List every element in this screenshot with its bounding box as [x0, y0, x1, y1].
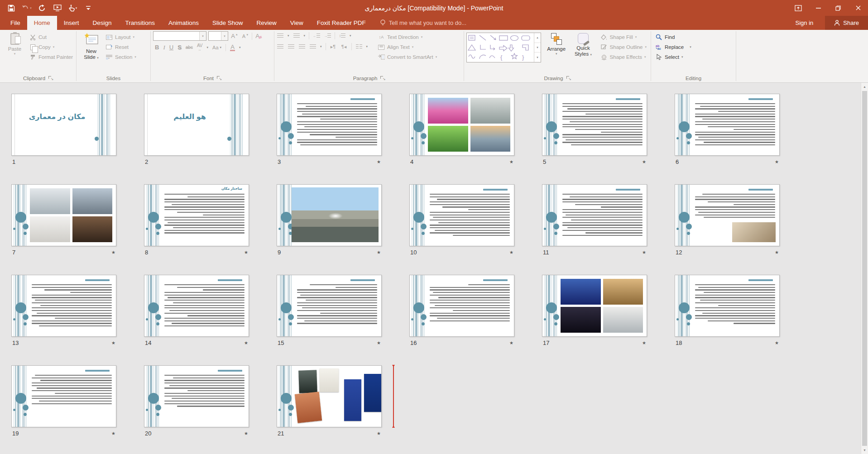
tab-file[interactable]: File [4, 16, 27, 30]
strikethrough-button[interactable]: abc [186, 45, 193, 50]
find-button[interactable]: Find [653, 32, 693, 42]
redo-icon[interactable] [35, 2, 49, 14]
tab-review[interactable]: Review [249, 16, 283, 30]
undo-icon[interactable]: ▾ [20, 2, 34, 14]
slide-thumbnail[interactable] [542, 184, 647, 246]
font-dialog-launcher-icon[interactable] [217, 76, 221, 81]
slide-thumbnail[interactable] [675, 184, 780, 246]
shapes-gallery-scrollbar[interactable]: ▲ ▼ ▼ [534, 33, 541, 62]
slide-thumbnail[interactable] [542, 94, 647, 156]
arrange-button[interactable]: Arrange▾ [545, 31, 568, 73]
slide-thumbnail[interactable] [277, 275, 382, 337]
font-color-button[interactable]: A [230, 44, 235, 51]
slide-thumbnail[interactable] [11, 184, 116, 246]
section-button[interactable]: Section▾ [104, 52, 138, 62]
format-painter-button[interactable]: Format Painter [27, 52, 75, 62]
clipboard-dialog-launcher-icon[interactable] [48, 76, 53, 81]
clear-formatting-icon[interactable]: A [254, 33, 263, 40]
slide-thumbnail[interactable] [144, 365, 249, 427]
customize-qat-icon[interactable] [82, 2, 95, 14]
gallery-scroll-up-icon[interactable]: ▲ [534, 33, 541, 43]
shape-outline-button[interactable]: Shape Outline▾ [599, 42, 648, 52]
shapes-gallery[interactable]: { } ▲ ▼ ▼ [466, 33, 541, 62]
slide-thumbnail[interactable] [542, 275, 647, 337]
tab-view[interactable]: View [283, 16, 310, 30]
italic-button[interactable]: I [163, 44, 165, 51]
change-case-button[interactable]: Aa [212, 45, 218, 50]
tab-home[interactable]: Home [27, 16, 57, 30]
quick-styles-button[interactable]: QuickStyles ▾ [571, 31, 595, 73]
underline-button[interactable]: U [169, 44, 173, 51]
bold-button[interactable]: B [155, 44, 159, 51]
gallery-scroll-down-icon[interactable]: ▼ [534, 43, 541, 53]
tab-insert[interactable]: Insert [57, 16, 86, 30]
sign-in-link[interactable]: Sign in [796, 19, 814, 26]
tab-transitions[interactable]: Transitions [119, 16, 162, 30]
touch-mouse-mode-icon[interactable]: ▾ [66, 2, 80, 14]
align-right-icon[interactable] [298, 43, 306, 50]
numbering-icon[interactable] [293, 32, 300, 39]
vertical-scrollbar[interactable]: ▲ ▼ [861, 83, 868, 454]
tell-me-box[interactable]: Tell me what you want to do... [380, 16, 466, 30]
text-shadow-button[interactable]: S [177, 44, 182, 51]
decrease-font-size-icon[interactable]: A▼ [241, 33, 250, 40]
slide-thumbnail[interactable] [409, 184, 514, 246]
align-text-button[interactable]: Align Text▾ [376, 42, 439, 52]
layout-button[interactable]: Layout▾ [104, 32, 138, 42]
increase-indent-icon[interactable]: → [324, 32, 331, 39]
character-spacing-button[interactable]: AV↔ [197, 43, 203, 51]
replace-button[interactable]: abac Replace▾ [653, 42, 693, 52]
slide-thumbnail[interactable] [277, 365, 382, 427]
slide-thumbnail[interactable] [675, 275, 780, 337]
start-from-beginning-icon[interactable] [51, 2, 64, 14]
decrease-indent-icon[interactable]: ← [313, 32, 320, 39]
ribbon-display-options-icon[interactable] [788, 0, 808, 16]
shape-effects-button[interactable]: Shape Effects▾ [599, 52, 648, 62]
slide-thumbnail[interactable] [409, 94, 514, 156]
scroll-up-icon[interactable]: ▲ [861, 83, 868, 91]
text-direction-button[interactable]: ↕A Text Direction▾ [376, 32, 439, 42]
slide-thumbnail[interactable]: ساختار مکان [144, 184, 249, 246]
columns-icon[interactable] [355, 43, 363, 50]
font-size-combobox[interactable]: ▾ [208, 31, 228, 41]
slide-thumbnail[interactable]: هو العليم [144, 94, 249, 156]
bullets-icon[interactable] [277, 32, 284, 39]
increase-font-size-icon[interactable]: A▲ [230, 33, 239, 40]
copy-button[interactable]: Copy▾ [27, 42, 75, 52]
scroll-down-icon[interactable]: ▼ [861, 446, 868, 454]
slide-thumbnail[interactable] [11, 365, 116, 427]
paste-button[interactable]: Paste▾ [2, 31, 27, 73]
select-button[interactable]: Select▾ [653, 52, 693, 62]
cut-button[interactable]: Cut [27, 32, 75, 42]
minimize-button[interactable] [808, 0, 828, 16]
slide-thumbnail[interactable] [277, 184, 382, 246]
slide-thumbnail[interactable] [409, 275, 514, 337]
convert-to-smartart-button[interactable]: Convert to SmartArt▾ [376, 52, 439, 62]
save-icon[interactable] [5, 2, 18, 14]
align-center-icon[interactable] [288, 43, 295, 50]
rtl-text-direction-icon[interactable]: ¶◂ [340, 43, 348, 50]
tab-design[interactable]: Design [86, 16, 119, 30]
share-button[interactable]: Share [825, 16, 868, 30]
restore-button[interactable] [828, 0, 848, 16]
gallery-more-icon[interactable]: ▼ [534, 53, 541, 62]
tab-foxit-reader-pdf[interactable]: Foxit Reader PDF [310, 16, 373, 30]
paragraph-dialog-launcher-icon[interactable] [380, 76, 385, 81]
slide-thumbnail[interactable]: مکان در معماری [11, 94, 116, 156]
slide-thumbnail[interactable] [675, 94, 780, 156]
slide-thumbnail[interactable] [277, 94, 382, 156]
shape-fill-button[interactable]: Shape Fill▾ [599, 32, 648, 42]
drawing-dialog-launcher-icon[interactable] [566, 76, 571, 81]
font-name-combobox[interactable]: ▾ [153, 31, 206, 41]
close-button[interactable] [848, 0, 868, 16]
tab-animations[interactable]: Animations [162, 16, 206, 30]
tab-slide-show[interactable]: Slide Show [206, 16, 250, 30]
align-left-icon[interactable] [277, 43, 284, 50]
slide-thumbnail[interactable] [144, 275, 249, 337]
reset-button[interactable]: Reset [104, 42, 138, 52]
line-spacing-icon[interactable]: ↕ [339, 32, 346, 39]
new-slide-button[interactable]: NewSlide ▾ [79, 31, 104, 73]
justify-icon[interactable] [309, 43, 317, 50]
scrollbar-thumb[interactable] [862, 91, 867, 446]
slide-thumbnail[interactable] [11, 275, 116, 337]
